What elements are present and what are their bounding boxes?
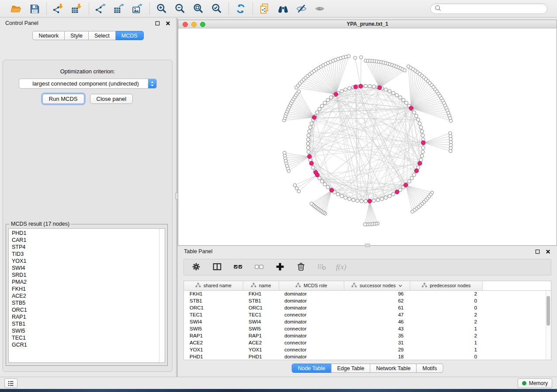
result-list-scrollbar[interactable] xyxy=(159,229,165,362)
table-row[interactable]: RAP1RAP1dominator352 xyxy=(184,332,551,339)
control-panel-tabs: NetworkStyleSelectMCDS xyxy=(0,31,176,40)
mcds-result-item[interactable]: CAR1 xyxy=(12,237,165,244)
close-panel-button-mcds[interactable]: Close panel xyxy=(90,94,133,104)
show-all-button[interactable] xyxy=(312,2,327,16)
cell-shared_name: ORC1 xyxy=(184,304,243,311)
close-window-icon[interactable] xyxy=(183,22,188,27)
optimization-criterion-select[interactable]: largest connected component (undirected) xyxy=(19,79,157,89)
mcds-result-item[interactable]: PMA2 xyxy=(12,279,165,285)
memory-button[interactable]: Memory xyxy=(518,378,552,388)
table-toolbar: f(x) xyxy=(183,259,551,275)
export-image-button[interactable] xyxy=(130,2,145,16)
open-file-icon xyxy=(10,3,22,14)
table-row[interactable]: TEC1TEC1connector472 xyxy=(184,311,551,318)
refresh-layout-button[interactable] xyxy=(233,2,248,16)
unselect-all-icon xyxy=(254,262,264,273)
mcds-result-item[interactable]: ACE2 xyxy=(12,292,165,299)
zoom-fit-button[interactable] xyxy=(191,2,206,16)
table-row[interactable]: FKH1FKH1dominator962 xyxy=(184,290,551,297)
tab-network[interactable]: Network xyxy=(32,31,65,40)
cell-mcds_role: connector xyxy=(279,346,344,353)
float-table-panel-button[interactable] xyxy=(534,248,540,254)
table-scrollbar[interactable] xyxy=(546,291,551,360)
zoom-out-button[interactable] xyxy=(173,2,187,16)
mcds-result-item[interactable]: STB5 xyxy=(12,299,165,306)
mcds-result-list[interactable]: PHD1CAR1STP4TID3YOX1SWI4SRD1PMA2FKH1ACE2… xyxy=(8,228,165,363)
unselect-all-button[interactable] xyxy=(254,262,264,272)
delete-row-button[interactable] xyxy=(296,262,306,272)
select-all-button[interactable] xyxy=(233,262,243,272)
cell-filler xyxy=(482,332,551,339)
tab-style[interactable]: Style xyxy=(65,31,89,40)
export-network-button[interactable] xyxy=(93,2,108,16)
open-file-button[interactable] xyxy=(9,2,24,16)
tab-mcds[interactable]: MCDS xyxy=(116,31,144,40)
mcds-result-box: MCDS result (17 nodes) PHD1CAR1STP4TID3Y… xyxy=(6,221,168,366)
control-panel-header: Control Panel xyxy=(0,18,176,28)
tab-motifs[interactable]: Motifs xyxy=(417,364,443,373)
table-row[interactable]: SWI4SWI4dominator462 xyxy=(184,318,551,325)
mcds-result-item[interactable]: RAP1 xyxy=(12,313,165,320)
column-header-successor-nodes[interactable]: successor nodes xyxy=(344,281,410,290)
memory-status-icon xyxy=(522,381,526,385)
table-row[interactable]: YOX1YOX1connector291 xyxy=(184,346,551,353)
network-canvas[interactable] xyxy=(178,28,557,245)
close-panel-button[interactable] xyxy=(165,20,171,26)
mcds-result-item[interactable]: GCR1 xyxy=(12,341,165,348)
zoom-in-button[interactable] xyxy=(154,2,169,16)
network-window-titlebar[interactable]: YPA_prune.txt_1 xyxy=(178,20,557,28)
minimize-window-icon[interactable] xyxy=(191,22,197,27)
table-tabs: Node TableEdge TableNetwork TableMotifs xyxy=(292,364,443,373)
table-row[interactable]: STB1STB1dominator620 xyxy=(184,297,551,304)
table-settings-button[interactable] xyxy=(191,262,201,272)
mcds-result-item[interactable]: TID3 xyxy=(12,251,165,258)
tab-node-table[interactable]: Node Table xyxy=(292,364,332,373)
mcds-result-item[interactable]: YOX1 xyxy=(12,258,165,265)
copy-network-button[interactable] xyxy=(257,2,272,16)
search-input[interactable] xyxy=(444,6,547,12)
maximize-window-icon[interactable] xyxy=(200,22,205,27)
column-header-mcds-role[interactable]: MCDS role xyxy=(279,281,344,290)
search-box[interactable] xyxy=(430,3,547,14)
table-row[interactable]: ACE2ACE2connector311 xyxy=(184,339,551,346)
find-button[interactable] xyxy=(276,2,291,16)
float-panel-button[interactable] xyxy=(154,20,160,26)
table-row[interactable]: ORC1ORC1dominator610 xyxy=(184,304,551,311)
export-table-button[interactable] xyxy=(112,2,127,16)
horizontal-splitter-grip[interactable] xyxy=(365,244,370,247)
delete-table-button[interactable] xyxy=(317,262,327,272)
function-builder-button[interactable]: f(x) xyxy=(338,262,346,272)
hide-selected-button[interactable] xyxy=(294,2,309,16)
table-scrollbar-thumb[interactable] xyxy=(547,296,550,326)
cell-shared_name: STB1 xyxy=(184,297,243,304)
table-row[interactable]: SWI5SWI5connector431 xyxy=(184,325,551,332)
task-history-button[interactable] xyxy=(4,378,17,388)
mcds-result-item[interactable]: SWI5 xyxy=(12,327,165,334)
column-header-shared-name[interactable]: shared name xyxy=(184,281,243,290)
mcds-result-item[interactable]: FKH1 xyxy=(12,285,165,292)
save-button[interactable] xyxy=(27,2,42,16)
mcds-result-item[interactable]: PHD1 xyxy=(12,230,165,237)
split-view-button[interactable] xyxy=(212,262,222,272)
network-area: YPA_prune.txt_1 Table Panel f(x) xyxy=(178,18,557,377)
mcds-result-item[interactable]: SWI4 xyxy=(12,265,165,272)
main-toolbar xyxy=(0,0,557,17)
import-table-button[interactable] xyxy=(69,2,84,16)
mcds-result-item[interactable]: ORC1 xyxy=(12,306,165,313)
add-row-button[interactable] xyxy=(275,262,285,272)
mcds-result-item[interactable]: STP4 xyxy=(12,244,165,251)
table-row[interactable]: PHD1PHD1dominator180 xyxy=(184,353,551,360)
tab-edge-table[interactable]: Edge Table xyxy=(332,364,370,373)
mcds-result-item[interactable]: TEC1 xyxy=(12,334,165,341)
tab-select[interactable]: Select xyxy=(89,31,116,40)
import-network-button[interactable] xyxy=(51,2,66,16)
mcds-result-item[interactable]: STB1 xyxy=(12,320,165,327)
zoom-selected-button[interactable] xyxy=(209,2,224,16)
close-table-panel-button[interactable] xyxy=(545,248,551,254)
tab-network-table[interactable]: Network Table xyxy=(370,364,417,373)
column-header-predecessor-nodes[interactable]: predecessor nodes xyxy=(410,281,482,290)
cell-shared_name: YOX1 xyxy=(184,346,243,353)
mcds-result-item[interactable]: SRD1 xyxy=(12,272,165,279)
run-mcds-button[interactable]: Run MCDS xyxy=(42,94,84,104)
column-header-name[interactable]: name xyxy=(243,281,279,290)
